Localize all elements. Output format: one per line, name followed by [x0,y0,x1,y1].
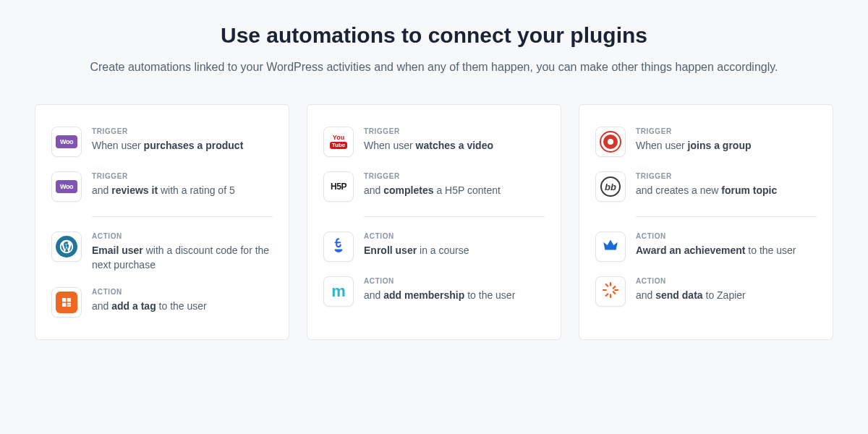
step-type-label: ACTION [364,277,545,285]
step-body: ACTIONAward an achievement to the user [636,231,817,258]
youtube-icon: YouTube [330,135,348,149]
step-icon-box [595,276,626,307]
automation-step: ACTIONEmail user with a discount code fo… [51,224,273,280]
woocommerce-icon: Woo [56,180,77,193]
step-icon-box [51,287,82,318]
woocommerce-icon: Woo [56,135,77,148]
step-body: TRIGGERand reviews it with a rating of 5 [92,171,273,197]
crown-icon [601,236,620,258]
step-icon-box: Woo [51,127,82,157]
step-text: and add membership to the user [364,288,545,302]
step-text: When user purchases a product [92,138,273,153]
page-title: Use automations to connect your plugins [35,23,833,48]
automation-step: ACTIONEnroll user in a course [323,224,545,269]
automation-step: ACTIONand add a tag to the user [51,280,273,325]
step-type-label: ACTION [364,232,545,240]
step-type-label: ACTION [92,288,273,296]
automation-step: bbTRIGGERand creates a new forum topic [595,164,817,209]
step-icon-box: Woo [51,171,82,202]
step-type-label: TRIGGER [364,127,545,135]
step-type-label: ACTION [636,277,817,285]
automation-step: WooTRIGGERWhen user purchases a product [51,119,273,164]
bbpress-icon: bb [600,176,621,197]
zapier-icon [601,281,620,302]
automation-step: mACTIONand add membership to the user [323,269,545,314]
automation-step: YouTubeTRIGGERWhen user watches a video [323,119,545,164]
automation-step: ACTIONand send data to Zapier [595,269,817,314]
step-type-label: ACTION [92,232,273,240]
step-text: When user joins a group [636,138,817,153]
step-divider [92,216,273,217]
step-divider [364,216,545,217]
step-icon-box [595,127,626,157]
course-icon [329,236,348,258]
step-type-label: TRIGGER [92,172,273,180]
step-type-label: TRIGGER [92,127,273,135]
step-body: TRIGGERWhen user purchases a product [92,127,273,153]
step-icon-box [323,231,354,262]
page-subtitle: Create automations linked to your WordPr… [35,61,833,74]
automation-card: TRIGGERWhen user joins a groupbbTRIGGERa… [579,104,833,340]
step-type-label: TRIGGER [636,172,817,180]
step-text: and reviews it with a rating of 5 [92,183,273,197]
step-text: Award an achievement to the user [636,243,817,258]
step-body: TRIGGERWhen user watches a video [364,127,545,153]
step-body: TRIGGERWhen user joins a group [636,127,817,153]
step-type-label: TRIGGER [636,127,817,135]
step-body: ACTIONEmail user with a discount code fo… [92,231,273,273]
membership-icon: m [331,282,346,301]
step-icon-box: bb [595,171,626,202]
wordpress-icon [56,236,77,258]
step-body: ACTIONand add a tag to the user [92,287,273,313]
step-icon-box [595,231,626,262]
step-text: and send data to Zapier [636,288,817,302]
step-divider [636,216,817,217]
automation-step: TRIGGERWhen user joins a group [595,119,817,164]
step-body: ACTIONEnroll user in a course [364,231,545,258]
automation-card: YouTubeTRIGGERWhen user watches a videoH… [307,104,561,340]
step-text: and creates a new forum topic [636,183,817,197]
buddypress-icon [600,131,621,153]
step-icon-box: H5P [323,171,354,202]
step-text: and add a tag to the user [92,299,273,313]
step-text: Enroll user in a course [364,243,545,258]
step-icon-box: YouTube [323,127,354,157]
step-text: Email user with a discount code for the … [92,243,273,273]
automation-step: H5PTRIGGERand completes a H5P content [323,164,545,209]
step-body: ACTIONand add membership to the user [364,276,545,302]
step-type-label: TRIGGER [364,172,545,180]
step-icon-box [51,231,82,262]
automation-step: WooTRIGGERand reviews it with a rating o… [51,164,273,209]
automatorwp-icon [56,292,77,313]
automation-step: ACTIONAward an achievement to the user [595,224,817,269]
step-icon-box: m [323,276,354,307]
step-text: and completes a H5P content [364,183,545,197]
automation-card: WooTRIGGERWhen user purchases a productW… [35,104,289,340]
step-body: TRIGGERand completes a H5P content [364,171,545,197]
automation-cards: WooTRIGGERWhen user purchases a productW… [35,104,833,340]
step-body: ACTIONand send data to Zapier [636,276,817,302]
step-text: When user watches a video [364,138,545,153]
step-type-label: ACTION [636,232,817,240]
step-body: TRIGGERand creates a new forum topic [636,171,817,197]
h5p-icon: H5P [331,182,346,192]
